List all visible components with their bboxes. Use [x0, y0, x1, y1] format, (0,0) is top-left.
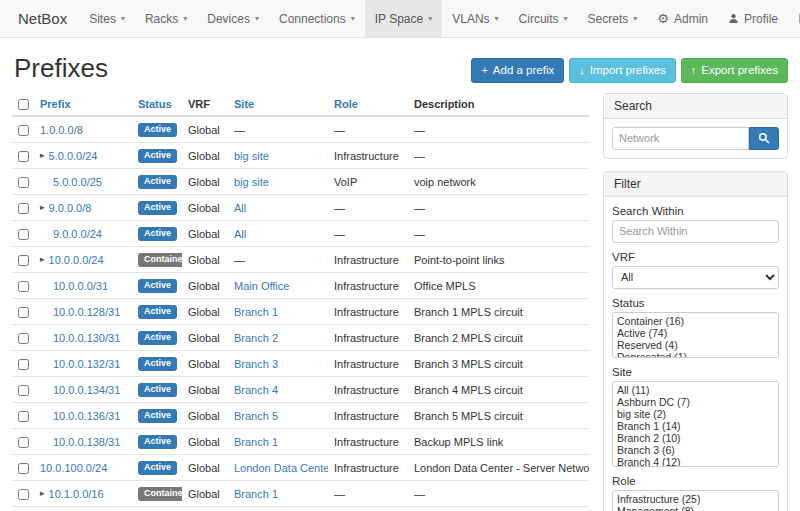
row-checkbox[interactable] [18, 203, 29, 214]
nav-item-connections[interactable]: Connections▾ [269, 0, 365, 37]
row-checkbox[interactable] [18, 255, 29, 266]
role-value: Infrastructure [334, 384, 399, 396]
site-link[interactable]: All [234, 202, 246, 214]
site-link[interactable]: Branch 1 [234, 306, 278, 318]
prefix-link[interactable]: 9.0.0.0/8 [49, 202, 92, 214]
nav-item-devices[interactable]: Devices▾ [197, 0, 269, 37]
prefix-link[interactable]: 5.0.0.0/25 [53, 176, 102, 188]
vrf-value: Global [188, 358, 220, 370]
table-row: ▸10.0.0.0/24ContainerGlobal—Infrastructu… [12, 247, 589, 273]
prefix-link[interactable]: 10.0.0.138/31 [53, 436, 120, 448]
row-checkbox[interactable] [18, 385, 29, 396]
role-listbox[interactable]: Infrastructure (25)Management (8)Private… [612, 490, 779, 511]
row-checkbox[interactable] [18, 177, 29, 188]
nav-item-sites[interactable]: Sites▾ [79, 0, 135, 37]
row-checkbox[interactable] [18, 307, 29, 318]
prefix-link[interactable]: 10.0.0.132/31 [53, 358, 120, 370]
site-link[interactable]: big site [234, 150, 269, 162]
site-link[interactable]: big site [234, 176, 269, 188]
option-infrastructure-25[interactable]: Infrastructure (25) [613, 493, 778, 505]
nav-item-ip-space[interactable]: IP Space▾ [365, 0, 443, 37]
nav-item-vlans[interactable]: VLANs▾ [442, 0, 508, 37]
option-deprecated-1[interactable]: Deprecated (1) [613, 351, 778, 358]
row-checkbox[interactable] [18, 437, 29, 448]
option-container-16[interactable]: Container (16) [613, 315, 778, 327]
search-within-input[interactable] [612, 220, 779, 243]
option-branch-3-6[interactable]: Branch 3 (6) [613, 444, 778, 456]
site-link[interactable]: Branch 1 [234, 436, 278, 448]
table-row: 9.0.0.0/24ActiveGlobalAll—— [12, 221, 589, 247]
prefix-link[interactable]: 5.0.0.0/24 [49, 150, 98, 162]
site-link[interactable]: Main Office [234, 280, 289, 292]
column-header-site[interactable]: Site [228, 93, 328, 117]
row-checkbox[interactable] [18, 489, 29, 500]
table-row: 10.0.100.0/24ActiveGlobalLondon Data Cen… [12, 455, 589, 481]
role-empty: — [334, 488, 345, 500]
row-checkbox[interactable] [18, 125, 29, 136]
site-link[interactable]: Branch 1 [234, 488, 278, 500]
prefix-link[interactable]: 10.0.100.0/24 [40, 462, 107, 474]
row-checkbox[interactable] [18, 333, 29, 344]
prefix-link[interactable]: 10.0.0.134/31 [53, 384, 120, 396]
site-link[interactable]: Branch 5 [234, 410, 278, 422]
prefix-link[interactable]: 10.0.0.136/31 [53, 410, 120, 422]
table-row: 1.0.0.0/8ActiveGlobal——— [12, 116, 589, 143]
chevron-down-icon: ▾ [495, 15, 499, 23]
add-prefix-button[interactable]: + Add a prefix [471, 58, 564, 83]
nav-item-logout[interactable]: Log out [788, 0, 800, 37]
select-all-checkbox[interactable] [18, 99, 29, 110]
nav-item-secrets[interactable]: Secrets▾ [578, 0, 648, 37]
site-link[interactable]: Branch 4 [234, 384, 278, 396]
vrf-value: Global [188, 436, 220, 448]
vrf-value: Global [188, 332, 220, 344]
site-link[interactable]: Branch 2 [234, 332, 278, 344]
option-branch-4-12[interactable]: Branch 4 (12) [613, 456, 778, 467]
column-header-role[interactable]: Role [328, 93, 408, 117]
export-prefixes-button[interactable]: ↑ Export prefixes [681, 58, 788, 83]
search-button[interactable] [749, 127, 779, 150]
column-header-status[interactable]: Status [132, 93, 182, 117]
app-logo[interactable]: NetBox [6, 0, 79, 37]
role-value: Infrastructure [334, 150, 399, 162]
option-management-8[interactable]: Management (8) [613, 505, 778, 511]
option-ashburn-dc-7[interactable]: Ashburn DC (7) [613, 396, 778, 408]
prefix-link[interactable]: 10.0.0.0/31 [53, 280, 108, 292]
option-branch-2-10[interactable]: Branch 2 (10) [613, 432, 778, 444]
row-checkbox[interactable] [18, 281, 29, 292]
site-link[interactable]: All [234, 228, 246, 240]
option-big-site-2[interactable]: big site (2) [613, 408, 778, 420]
description-empty: — [414, 202, 425, 214]
status-listbox[interactable]: Container (16)Active (74)Reserved (4)Dep… [612, 312, 779, 358]
row-checkbox[interactable] [18, 411, 29, 422]
site-listbox[interactable]: All (11)Ashburn DC (7)big site (2)Branch… [612, 381, 779, 467]
prefix-link[interactable]: 9.0.0.0/24 [53, 228, 102, 240]
table-row: ▸5.0.0.0/24ActiveGlobalbig siteInfrastru… [12, 143, 589, 169]
option-active-74[interactable]: Active (74) [613, 327, 778, 339]
vrf-value: Global [188, 202, 220, 214]
nav-item-racks[interactable]: Racks▾ [135, 0, 197, 37]
vrf-select[interactable]: All [612, 266, 779, 289]
site-link[interactable]: London Data Center [234, 462, 328, 474]
nav-item-admin[interactable]: ⚙ Admin [647, 0, 718, 37]
prefix-link[interactable]: 10.0.0.128/31 [53, 306, 120, 318]
prefix-link[interactable]: 10.0.0.0/24 [49, 254, 104, 266]
row-checkbox[interactable] [18, 359, 29, 370]
plus-icon: + [481, 65, 487, 76]
site-link[interactable]: Branch 3 [234, 358, 278, 370]
option-branch-1-14[interactable]: Branch 1 (14) [613, 420, 778, 432]
prefix-link[interactable]: 1.0.0.0/8 [40, 124, 83, 136]
nav-item-circuits[interactable]: Circuits▾ [509, 0, 578, 37]
option-reserved-4[interactable]: Reserved (4) [613, 339, 778, 351]
row-checkbox[interactable] [18, 229, 29, 240]
row-checkbox[interactable] [18, 151, 29, 162]
row-checkbox[interactable] [18, 463, 29, 474]
option-all-11[interactable]: All (11) [613, 384, 778, 396]
role-value: Infrastructure [334, 332, 399, 344]
prefix-link[interactable]: 10.0.0.130/31 [53, 332, 120, 344]
status-badge: Active [138, 461, 177, 475]
search-input[interactable] [612, 127, 749, 150]
prefix-link[interactable]: 10.1.0.0/16 [49, 488, 104, 500]
nav-item-profile[interactable]: Profile [718, 0, 788, 37]
import-prefixes-button[interactable]: ↓ Import prefixes [569, 58, 676, 83]
column-header-prefix[interactable]: Prefix [34, 93, 132, 117]
